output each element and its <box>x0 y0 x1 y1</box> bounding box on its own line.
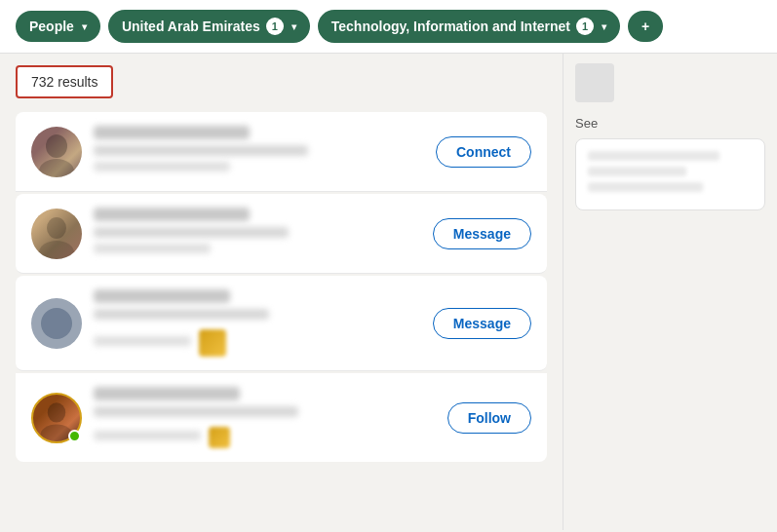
person-card-2: Message <box>16 194 547 274</box>
person-badge-4 <box>209 427 230 448</box>
svg-point-3 <box>39 241 74 259</box>
avatar-2 <box>31 209 82 259</box>
person-title-blurred-2 <box>94 227 289 238</box>
avatar-1 <box>31 127 82 177</box>
person-info-1 <box>94 126 424 177</box>
avatar-wrap-1 <box>31 127 82 177</box>
sidebar-line-3 <box>588 182 703 192</box>
follow-button-4[interactable]: Follow <box>447 402 531 434</box>
uae-badge: 1 <box>266 18 284 35</box>
person-info-3 <box>94 289 421 357</box>
avatar-silhouette-2 <box>31 209 82 259</box>
results-count: 732 results <box>31 74 97 90</box>
person-title-blurred-3 <box>94 309 269 320</box>
person-info-2 <box>94 208 421 259</box>
person-name-blurred-2 <box>94 208 250 221</box>
tech-filter-button[interactable]: Technology, Information and Internet 1 ▾ <box>318 10 620 43</box>
person-card-4: Follow <box>16 373 547 462</box>
connect-button-1[interactable]: Connect <box>436 136 531 168</box>
person-location-blurred-1 <box>94 162 230 171</box>
sidebar-placeholder <box>575 63 614 102</box>
person-card-1: Connect <box>16 112 547 192</box>
person-name-blurred-4 <box>94 387 240 400</box>
filter-bar: People ▾ United Arab Emirates 1 ▾ Techno… <box>0 0 777 54</box>
person-name-blurred-3 <box>94 289 230 303</box>
person-location-blurred-4 <box>94 431 201 440</box>
sidebar-box <box>575 138 765 210</box>
person-location-blurred-2 <box>94 244 211 253</box>
more-filter-label: + <box>641 19 649 34</box>
sidebar-see-text: See <box>575 116 765 131</box>
avatar-silhouette-1 <box>31 127 82 177</box>
message-button-2[interactable]: Message <box>433 218 531 249</box>
uae-chevron-icon: ▾ <box>291 21 296 32</box>
person-name-blurred-1 <box>94 126 250 139</box>
people-filter-label: People <box>29 19 74 34</box>
sidebar-line-1 <box>588 151 719 161</box>
person-cards-container: Connect Message <box>16 112 547 462</box>
sidebar-line-2 <box>588 167 686 176</box>
message-button-3[interactable]: Message <box>433 308 531 339</box>
person-title-blurred-4 <box>94 406 298 417</box>
avatar-wrap-3 <box>31 298 82 349</box>
avatar-inner-3 <box>41 308 72 339</box>
avatar-3 <box>31 298 82 349</box>
svg-point-1 <box>39 159 74 177</box>
uae-filter-button[interactable]: United Arab Emirates 1 ▾ <box>108 10 310 43</box>
tech-filter-label: Technology, Information and Internet <box>331 19 570 34</box>
person-info-4 <box>94 387 436 448</box>
avatar-wrap-2 <box>31 209 82 259</box>
svg-point-0 <box>46 134 67 158</box>
person-badge-3 <box>199 329 226 357</box>
person-location-blurred-3 <box>94 336 191 346</box>
svg-point-4 <box>48 402 65 422</box>
avatar-wrap-4 <box>31 393 82 443</box>
uae-filter-label: United Arab Emirates <box>122 19 260 34</box>
tech-chevron-icon: ▾ <box>602 21 606 32</box>
more-filter-button[interactable]: + <box>628 11 663 42</box>
results-count-box: 732 results <box>16 65 113 98</box>
tech-badge: 1 <box>576 18 594 35</box>
right-sidebar: See <box>563 54 777 530</box>
person-title-blurred-1 <box>94 145 308 156</box>
main-content: 732 results Co <box>0 54 777 530</box>
results-panel: 732 results Co <box>0 54 563 530</box>
people-filter-button[interactable]: People ▾ <box>16 11 100 42</box>
online-indicator-4 <box>68 430 81 442</box>
person-card-3: Message <box>16 276 547 371</box>
svg-point-2 <box>47 217 66 239</box>
people-chevron-icon: ▾ <box>82 21 87 32</box>
